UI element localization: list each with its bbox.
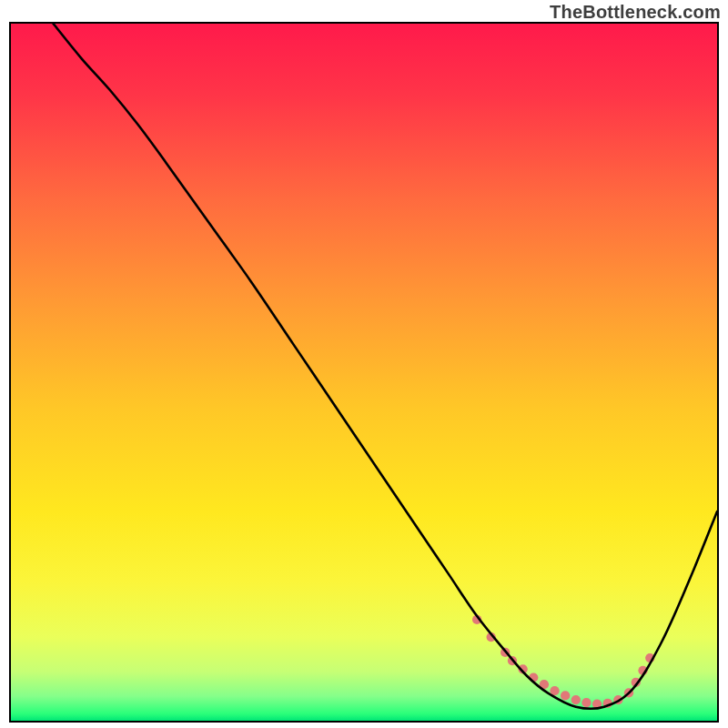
plot-area [9, 22, 719, 723]
bottleneck-curve [54, 24, 717, 709]
watermark-text: TheBottleneck.com [550, 2, 721, 23]
marker-dot [561, 691, 570, 700]
chart-svg [11, 24, 717, 721]
marker-dot [571, 695, 581, 704]
marker-dot [581, 698, 591, 707]
chart-container: TheBottleneck.com [0, 0, 728, 728]
